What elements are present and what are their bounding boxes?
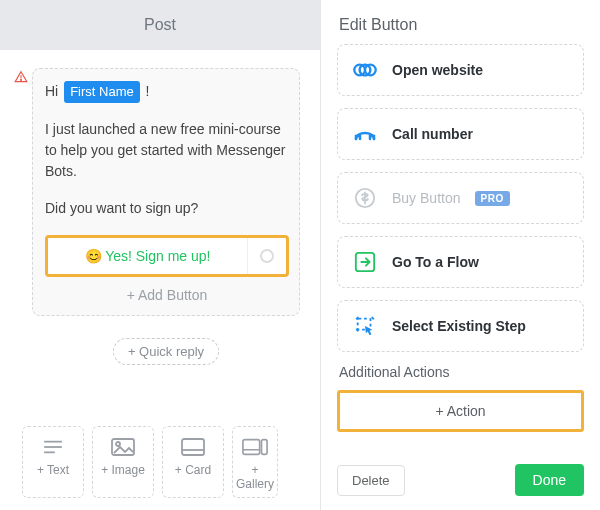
radio-icon — [260, 249, 274, 263]
add-action-button[interactable]: + Action — [337, 390, 584, 432]
panel-title: Edit Button — [321, 0, 600, 44]
warning-icon — [14, 70, 28, 87]
select-step-icon — [352, 314, 378, 338]
additional-actions-label: Additional Actions — [339, 364, 584, 380]
post-title: Post — [144, 16, 176, 34]
tool-card[interactable]: + Card — [162, 426, 224, 498]
message-card[interactable]: Hi First Name ! I just launched a new fr… — [32, 68, 300, 316]
tool-label: + Text — [37, 463, 69, 477]
done-button[interactable]: Done — [515, 464, 584, 496]
message-prompt: Did you want to sign up? — [45, 198, 289, 219]
post-panel: Post Hi First Name ! I just launched a n… — [0, 0, 320, 510]
tool-label: + Image — [101, 463, 145, 477]
option-open-website[interactable]: Open website — [337, 44, 584, 96]
tool-gallery[interactable]: + Gallery — [232, 426, 278, 498]
svg-rect-11 — [262, 440, 268, 455]
reply-button-row[interactable]: 😊 Yes! Sign me up! — [45, 235, 289, 277]
option-label: Select Existing Step — [392, 318, 526, 334]
signup-button[interactable]: 😊 Yes! Sign me up! — [48, 238, 248, 274]
option-label: Call number — [392, 126, 473, 142]
tool-text[interactable]: + Text — [22, 426, 84, 498]
tool-image[interactable]: + Image — [92, 426, 154, 498]
edit-button-panel: Edit Button Open website Call number Buy… — [320, 0, 600, 510]
dollar-icon — [352, 186, 378, 210]
add-button[interactable]: + Add Button — [45, 277, 289, 309]
option-buy-button: Buy Button PRO — [337, 172, 584, 224]
quick-reply-button[interactable]: + Quick reply — [113, 338, 219, 365]
text-icon — [23, 435, 83, 459]
content-toolbar: + Text + Image + Card + Gallery — [22, 426, 320, 498]
greeting-pre: Hi — [45, 83, 62, 99]
card-icon — [163, 435, 223, 459]
greeting-post: ! — [142, 83, 150, 99]
button-selector[interactable] — [248, 249, 286, 263]
option-label: Go To a Flow — [392, 254, 479, 270]
option-select-step[interactable]: Select Existing Step — [337, 300, 584, 352]
option-label: Open website — [392, 62, 483, 78]
option-call-number[interactable]: Call number — [337, 108, 584, 160]
image-icon — [93, 435, 153, 459]
pro-badge: PRO — [475, 191, 510, 206]
svg-rect-7 — [182, 439, 204, 455]
svg-point-6 — [116, 442, 120, 446]
first-name-token[interactable]: First Name — [64, 81, 140, 103]
tool-label: + Card — [175, 463, 211, 477]
link-icon — [352, 58, 378, 82]
delete-button[interactable]: Delete — [337, 465, 405, 496]
phone-icon — [352, 122, 378, 146]
message-body: I just launched a new free mini-course t… — [45, 119, 289, 182]
message-text[interactable]: Hi First Name ! I just launched a new fr… — [45, 81, 289, 219]
svg-rect-9 — [243, 440, 260, 455]
gallery-icon — [233, 435, 277, 459]
option-label: Buy Button — [392, 190, 461, 206]
flow-icon — [352, 250, 378, 274]
post-header: Post — [0, 0, 320, 50]
svg-point-1 — [21, 79, 22, 80]
option-go-to-flow[interactable]: Go To a Flow — [337, 236, 584, 288]
tool-label: + Gallery — [236, 463, 274, 491]
